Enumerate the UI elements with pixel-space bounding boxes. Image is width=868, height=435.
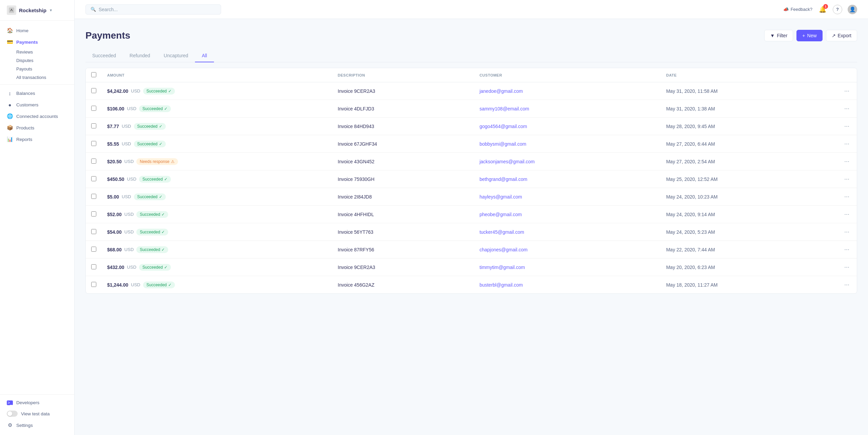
more-actions-cell[interactable]: ··· (837, 170, 857, 188)
row-checkbox[interactable] (91, 229, 96, 234)
row-checkbox[interactable] (91, 176, 96, 181)
export-button[interactable]: ↗ Export (826, 30, 857, 41)
row-checkbox[interactable] (91, 211, 96, 216)
more-actions-cell[interactable]: ··· (837, 188, 857, 206)
filter-button[interactable]: ▼ Filter (764, 30, 793, 41)
description-cell: Invoice 9CER2A3 (332, 82, 474, 100)
view-test-data-label: View test data (21, 411, 50, 416)
sidebar-item-products[interactable]: 📦 Products (0, 122, 74, 133)
row-checkbox[interactable] (91, 282, 96, 287)
row-checkbox[interactable] (91, 194, 96, 199)
customer-cell: pheobe@gmail.com (474, 206, 661, 223)
more-actions-button[interactable]: ··· (842, 281, 851, 289)
row-checkbox-cell[interactable] (86, 170, 102, 188)
filter-icon: ▼ (770, 33, 775, 38)
search-bar[interactable]: 🔍 Search... (85, 4, 221, 15)
more-actions-cell[interactable]: ··· (837, 241, 857, 258)
more-actions-cell[interactable]: ··· (837, 118, 857, 135)
sidebar-item-developers[interactable]: >_ Developers (0, 397, 74, 408)
test-data-switch[interactable] (7, 411, 18, 417)
feedback-label: Feedback? (791, 7, 812, 12)
table-row: $5.55 USD Succeeded ✓ Invoice 67JGHF34 b… (86, 135, 857, 153)
sidebar-item-home[interactable]: 🏠 Home (0, 25, 74, 36)
row-checkbox-cell[interactable] (86, 206, 102, 223)
more-actions-button[interactable]: ··· (842, 104, 851, 113)
description-cell: Invoice 4HFHIDL (332, 206, 474, 223)
sidebar: Rocketship ▾ 🏠 Home 💳 Payments Reviews D… (0, 0, 75, 435)
row-checkbox-cell[interactable] (86, 153, 102, 170)
more-actions-button[interactable]: ··· (842, 245, 851, 254)
warn-icon: ⚠ (171, 159, 175, 164)
more-actions-button[interactable]: ··· (842, 263, 851, 271)
row-checkbox-cell[interactable] (86, 135, 102, 153)
new-button[interactable]: + New (796, 30, 822, 41)
row-checkbox[interactable] (91, 159, 96, 164)
row-checkbox[interactable] (91, 106, 96, 111)
more-actions-button[interactable]: ··· (842, 140, 851, 148)
row-checkbox-cell[interactable] (86, 188, 102, 206)
amount-cell: $432.00 USD Succeeded ✓ (102, 258, 332, 276)
row-checkbox-cell[interactable] (86, 241, 102, 258)
sidebar-item-customers[interactable]: ● Customers (0, 99, 74, 110)
status-badge: Succeeded ✓ (134, 193, 166, 200)
page-title: Payments (85, 30, 130, 41)
more-actions-button[interactable]: ··· (842, 157, 851, 166)
sidebar-item-settings[interactable]: ⚙ Settings (0, 419, 74, 431)
select-all-header[interactable] (86, 68, 102, 82)
more-actions-cell[interactable]: ··· (837, 258, 857, 276)
sidebar-item-all-transactions[interactable]: All transactions (16, 73, 74, 82)
more-actions-cell[interactable]: ··· (837, 276, 857, 294)
tab-all[interactable]: All (195, 49, 214, 62)
row-checkbox[interactable] (91, 123, 96, 128)
date-column-header: DATE (661, 68, 837, 82)
help-button[interactable]: ? (833, 5, 842, 14)
sidebar-item-reports[interactable]: 📊 Reports (0, 133, 74, 145)
sidebar-item-payments[interactable]: 💳 Payments (0, 36, 74, 48)
row-checkbox[interactable] (91, 247, 96, 252)
more-actions-cell[interactable]: ··· (837, 223, 857, 241)
svg-rect-0 (9, 7, 14, 13)
more-actions-cell[interactable]: ··· (837, 135, 857, 153)
more-actions-button[interactable]: ··· (842, 175, 851, 183)
sidebar-item-reviews[interactable]: Reviews (16, 48, 74, 56)
more-actions-cell[interactable]: ··· (837, 100, 857, 118)
more-actions-button[interactable]: ··· (842, 122, 851, 130)
sidebar-item-connected-accounts[interactable]: 🌐 Connected accounts (0, 110, 74, 122)
more-actions-cell[interactable]: ··· (837, 153, 857, 170)
row-checkbox[interactable] (91, 264, 96, 269)
row-checkbox-cell[interactable] (86, 100, 102, 118)
sidebar-item-payouts[interactable]: Payouts (16, 65, 74, 73)
view-test-data-toggle[interactable]: View test data (0, 408, 74, 419)
row-checkbox-cell[interactable] (86, 118, 102, 135)
sidebar-item-label: Customers (16, 102, 38, 107)
customer-cell: gogo4564@gmail.com (474, 118, 661, 135)
more-actions-button[interactable]: ··· (842, 87, 851, 95)
tab-succeeded[interactable]: Succeeded (85, 49, 123, 62)
row-checkbox-cell[interactable] (86, 258, 102, 276)
more-actions-button[interactable]: ··· (842, 192, 851, 201)
row-checkbox[interactable] (91, 88, 96, 93)
row-checkbox-cell[interactable] (86, 276, 102, 294)
more-actions-button[interactable]: ··· (842, 228, 851, 236)
row-checkbox-cell[interactable] (86, 82, 102, 100)
main-content: 🔍 Search... 📣 Feedback? 🔔 1 ? 👤 (75, 0, 868, 435)
tab-uncaptured[interactable]: Uncaptured (157, 49, 195, 62)
row-checkbox-cell[interactable] (86, 223, 102, 241)
logo-button[interactable]: Rocketship ▾ (0, 0, 74, 21)
row-checkbox[interactable] (91, 141, 96, 146)
customers-icon: ● (7, 102, 13, 108)
sidebar-item-disputes[interactable]: Disputes (16, 56, 74, 65)
customer-cell: jacksonjames@gmail.com (474, 153, 661, 170)
description-cell: Invoice 87RFY56 (332, 241, 474, 258)
feedback-button[interactable]: 📣 Feedback? (783, 7, 812, 12)
more-actions-button[interactable]: ··· (842, 210, 851, 219)
user-avatar[interactable]: 👤 (848, 5, 857, 14)
customer-cell: timmytim@gmail.com (474, 258, 661, 276)
tab-refunded[interactable]: Refunded (123, 49, 157, 62)
notifications-button[interactable]: 🔔 1 (818, 5, 827, 14)
sidebar-item-balances[interactable]: ↕ Balances (0, 87, 74, 99)
more-actions-cell[interactable]: ··· (837, 206, 857, 223)
more-actions-cell[interactable]: ··· (837, 82, 857, 100)
main-nav: 🏠 Home 💳 Payments Reviews Disputes Payou… (0, 21, 74, 388)
select-all-checkbox[interactable] (91, 72, 96, 77)
